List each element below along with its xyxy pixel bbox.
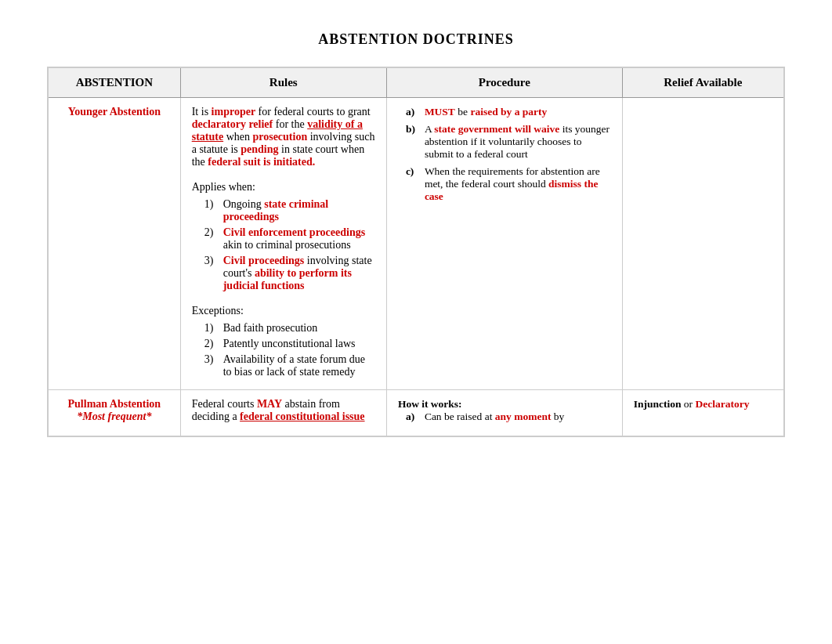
pullman-abstention-name-cell: Pullman Abstention *Most frequent* (48, 390, 180, 437)
younger-procedure-cell: a) MUST be raised by a party b) A state … (386, 98, 622, 390)
federal-constitutional-text: federal constitutional issue (240, 411, 364, 422)
younger-procedure-list: a) MUST be raised by a party b) A state … (398, 106, 611, 203)
civil-enforcement-text: Civil enforcement proceedings (223, 226, 365, 238)
exceptions-section: Exceptions: 1) Bad faith prosecution 2) … (192, 305, 375, 378)
for-text: for federal courts to grant (255, 106, 371, 118)
proc-item-a: a) MUST be raised by a party (406, 106, 611, 118)
it-is-text: It is (192, 106, 212, 118)
applies-list: 1) Ongoing state criminal proceedings 2)… (192, 198, 375, 292)
pullman-procedure-cell: How it works: a) Can be raised at any mo… (386, 390, 622, 437)
federal-courts-text: Federal courts (192, 398, 257, 410)
applies-item-2: 2) Civil enforcement proceedings akin to… (204, 226, 375, 251)
col-header-relief: Relief Available (622, 67, 784, 98)
pending-text: pending (241, 143, 278, 155)
state-criminal-text: state criminal proceedings (223, 198, 329, 223)
pullman-abstention-name: Pullman Abstention (60, 398, 169, 411)
col-header-rules: Rules (180, 67, 386, 98)
pullman-abstention-sub: *Most frequent* (60, 411, 169, 423)
dismiss-case-text: dismiss the case (425, 178, 599, 202)
injunction-text: Injunction (634, 398, 682, 410)
pullman-rules-cell: Federal courts MAY abstain from deciding… (180, 390, 386, 437)
exc-item-2: 2) Patently unconstitutional laws (204, 338, 375, 350)
doctrine-table: ABSTENTION Rules Procedure Relief Availa… (47, 67, 785, 437)
applies-when-label: Applies when: (192, 181, 375, 194)
exc-item-3: 3) Availability of a state forum due to … (204, 353, 375, 378)
any-moment-text: any moment (495, 411, 552, 422)
must-text: MUST (425, 106, 455, 118)
exceptions-label: Exceptions: (192, 305, 375, 317)
declaratory-text: Declaratory (695, 398, 749, 410)
state-gov-waive-text: state government will waive (434, 123, 559, 135)
exceptions-list: 1) Bad faith prosecution 2) Patently unc… (192, 322, 375, 378)
applies-item-3: 3) Civil proceedings involving state cou… (204, 255, 375, 292)
improper-text: improper (212, 106, 256, 118)
younger-rules-text: It is improper for federal courts to gra… (192, 106, 375, 168)
exc-item-1: 1) Bad faith prosecution (204, 322, 375, 335)
proc-item-b: b) A state government will waive its you… (406, 123, 611, 161)
declaratory-relief-text: declaratory relief (192, 118, 273, 130)
younger-abstention-name-cell: Younger Abstention (48, 98, 180, 390)
for-the-text: for the (273, 118, 307, 130)
pullman-relief-cell: Injunction or Declaratory (622, 390, 784, 437)
table-row-younger: Younger Abstention It is improper for fe… (48, 98, 784, 390)
page: ABSTENTION DOCTRINES ABSTENTION Rules Pr… (0, 0, 832, 644)
table-row-pullman: Pullman Abstention *Most frequent* Feder… (48, 390, 784, 437)
younger-relief-cell (622, 98, 784, 390)
applies-section: Applies when: 1) Ongoing state criminal … (192, 181, 375, 292)
prosecution-text: prosecution (252, 131, 307, 143)
pullman-proc-a: a) Can be raised at any moment by (406, 411, 611, 423)
civil-proceedings-text: Civil proceedings (223, 255, 305, 266)
when-text: when (223, 131, 252, 143)
applies-item-1: 1) Ongoing state criminal proceedings (204, 198, 375, 223)
younger-abstention-name: Younger Abstention (60, 106, 169, 118)
younger-rules-cell: It is improper for federal courts to gra… (180, 98, 386, 390)
may-text: MAY (257, 398, 282, 410)
page-title: ABSTENTION DOCTRINES (47, 31, 785, 48)
raised-party-text: raised by a party (470, 106, 547, 118)
ability-judicial-text: ability to perform its judicial function… (223, 267, 352, 291)
col-header-procedure: Procedure (386, 67, 622, 98)
col-header-abstention: ABSTENTION (48, 67, 180, 98)
pullman-procedure-list: a) Can be raised at any moment by (398, 411, 611, 423)
how-it-works-label: How it works: (398, 398, 611, 411)
or-text: or (681, 398, 695, 410)
federal-suit-text: federal suit is initiated. (208, 156, 315, 168)
proc-item-c: c) When the requirements for abstention … (406, 165, 611, 203)
